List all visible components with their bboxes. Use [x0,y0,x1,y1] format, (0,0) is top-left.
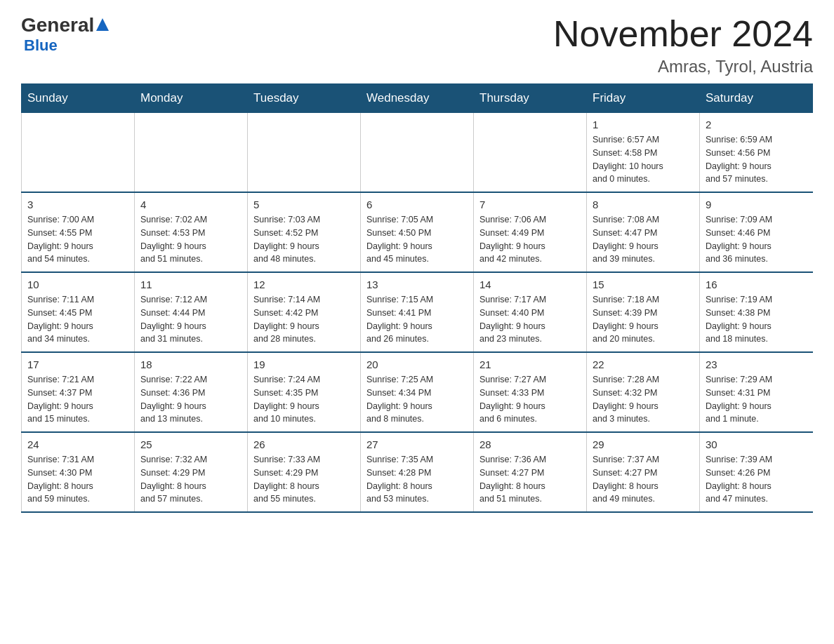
day-info: Sunrise: 7:03 AM Sunset: 4:52 PM Dayligh… [253,213,355,266]
location-title: Amras, Tyrol, Austria [553,57,813,76]
table-row: 7Sunrise: 7:06 AM Sunset: 4:49 PM Daylig… [474,192,587,272]
table-row: 11Sunrise: 7:12 AM Sunset: 4:44 PM Dayli… [135,272,248,352]
day-info: Sunrise: 7:25 AM Sunset: 4:34 PM Dayligh… [366,373,468,426]
day-number: 1 [593,119,694,130]
day-info: Sunrise: 7:39 AM Sunset: 4:26 PM Dayligh… [706,453,807,506]
day-number: 28 [479,438,581,450]
table-row [22,113,135,193]
header-monday: Monday [135,84,248,113]
table-row: 8Sunrise: 7:08 AM Sunset: 4:47 PM Daylig… [587,192,700,272]
table-row: 16Sunrise: 7:19 AM Sunset: 4:38 PM Dayli… [700,272,813,352]
day-number: 18 [140,358,241,370]
day-info: Sunrise: 6:57 AM Sunset: 4:58 PM Dayligh… [593,133,694,186]
day-number: 15 [593,279,694,290]
logo-blue-text: Blue [24,36,109,55]
table-row: 25Sunrise: 7:32 AM Sunset: 4:29 PM Dayli… [135,432,248,512]
day-info: Sunrise: 7:35 AM Sunset: 4:28 PM Dayligh… [366,453,468,506]
table-row: 18Sunrise: 7:22 AM Sunset: 4:36 PM Dayli… [135,352,248,432]
table-row: 19Sunrise: 7:24 AM Sunset: 4:35 PM Dayli… [248,352,361,432]
calendar-table: Sunday Monday Tuesday Wednesday Thursday… [21,83,813,513]
day-info: Sunrise: 7:15 AM Sunset: 4:41 PM Dayligh… [366,293,468,346]
day-info: Sunrise: 7:08 AM Sunset: 4:47 PM Dayligh… [593,213,694,266]
table-row [474,113,587,193]
day-info: Sunrise: 7:24 AM Sunset: 4:35 PM Dayligh… [253,373,355,426]
day-number: 23 [706,358,807,370]
day-number: 29 [593,438,694,450]
header-thursday: Thursday [474,84,587,113]
title-section: November 2024 Amras, Tyrol, Austria [553,14,813,76]
day-number: 16 [706,279,807,290]
table-row: 13Sunrise: 7:15 AM Sunset: 4:41 PM Dayli… [361,272,474,352]
day-info: Sunrise: 7:00 AM Sunset: 4:55 PM Dayligh… [27,213,128,266]
day-number: 19 [253,358,355,370]
day-info: Sunrise: 6:59 AM Sunset: 4:56 PM Dayligh… [706,133,807,186]
day-number: 22 [593,358,694,370]
calendar-week-row: 3Sunrise: 7:00 AM Sunset: 4:55 PM Daylig… [22,192,813,272]
table-row: 17Sunrise: 7:21 AM Sunset: 4:37 PM Dayli… [22,352,135,432]
day-info: Sunrise: 7:14 AM Sunset: 4:42 PM Dayligh… [253,293,355,346]
table-row [361,113,474,193]
table-row: 27Sunrise: 7:35 AM Sunset: 4:28 PM Dayli… [361,432,474,512]
day-info: Sunrise: 7:05 AM Sunset: 4:50 PM Dayligh… [366,213,468,266]
day-info: Sunrise: 7:37 AM Sunset: 4:27 PM Dayligh… [593,453,694,506]
day-number: 2 [706,119,807,130]
day-info: Sunrise: 7:27 AM Sunset: 4:33 PM Dayligh… [479,373,581,426]
day-number: 5 [253,199,355,210]
day-number: 17 [27,358,128,370]
calendar-week-row: 24Sunrise: 7:31 AM Sunset: 4:30 PM Dayli… [22,432,813,512]
day-number: 14 [479,279,581,290]
calendar-header-row: Sunday Monday Tuesday Wednesday Thursday… [22,84,813,113]
day-info: Sunrise: 7:17 AM Sunset: 4:40 PM Dayligh… [479,293,581,346]
day-info: Sunrise: 7:31 AM Sunset: 4:30 PM Dayligh… [27,453,128,506]
day-number: 20 [366,358,468,370]
month-title: November 2024 [553,14,813,54]
day-number: 10 [27,279,128,290]
table-row: 9Sunrise: 7:09 AM Sunset: 4:46 PM Daylig… [700,192,813,272]
table-row: 23Sunrise: 7:29 AM Sunset: 4:31 PM Dayli… [700,352,813,432]
table-row: 15Sunrise: 7:18 AM Sunset: 4:39 PM Dayli… [587,272,700,352]
day-info: Sunrise: 7:33 AM Sunset: 4:29 PM Dayligh… [253,453,355,506]
day-info: Sunrise: 7:19 AM Sunset: 4:38 PM Dayligh… [706,293,807,346]
table-row: 26Sunrise: 7:33 AM Sunset: 4:29 PM Dayli… [248,432,361,512]
header-wednesday: Wednesday [361,84,474,113]
day-number: 9 [706,199,807,210]
day-number: 4 [140,199,241,210]
table-row [248,113,361,193]
table-row: 20Sunrise: 7:25 AM Sunset: 4:34 PM Dayli… [361,352,474,432]
header-sunday: Sunday [22,84,135,113]
day-number: 24 [27,438,128,450]
day-number: 30 [706,438,807,450]
day-number: 7 [479,199,581,210]
day-number: 12 [253,279,355,290]
day-number: 13 [366,279,468,290]
header-saturday: Saturday [700,84,813,113]
day-number: 26 [253,438,355,450]
table-row: 3Sunrise: 7:00 AM Sunset: 4:55 PM Daylig… [22,192,135,272]
day-info: Sunrise: 7:29 AM Sunset: 4:31 PM Dayligh… [706,373,807,426]
header-friday: Friday [587,84,700,113]
table-row: 5Sunrise: 7:03 AM Sunset: 4:52 PM Daylig… [248,192,361,272]
day-info: Sunrise: 7:32 AM Sunset: 4:29 PM Dayligh… [140,453,241,506]
table-row: 2Sunrise: 6:59 AM Sunset: 4:56 PM Daylig… [700,113,813,193]
calendar-week-row: 17Sunrise: 7:21 AM Sunset: 4:37 PM Dayli… [22,352,813,432]
day-info: Sunrise: 7:36 AM Sunset: 4:27 PM Dayligh… [479,453,581,506]
table-row: 24Sunrise: 7:31 AM Sunset: 4:30 PM Dayli… [22,432,135,512]
table-row: 28Sunrise: 7:36 AM Sunset: 4:27 PM Dayli… [474,432,587,512]
day-number: 8 [593,199,694,210]
table-row: 22Sunrise: 7:28 AM Sunset: 4:32 PM Dayli… [587,352,700,432]
day-info: Sunrise: 7:09 AM Sunset: 4:46 PM Dayligh… [706,213,807,266]
table-row: 1Sunrise: 6:57 AM Sunset: 4:58 PM Daylig… [587,113,700,193]
logo-triangle-icon [96,18,109,32]
day-number: 27 [366,438,468,450]
day-info: Sunrise: 7:06 AM Sunset: 4:49 PM Dayligh… [479,213,581,266]
day-number: 6 [366,199,468,210]
table-row: 21Sunrise: 7:27 AM Sunset: 4:33 PM Dayli… [474,352,587,432]
table-row: 10Sunrise: 7:11 AM Sunset: 4:45 PM Dayli… [22,272,135,352]
page-header: General Blue November 2024 Amras, Tyrol,… [21,14,813,76]
day-number: 3 [27,199,128,210]
logo: General Blue [21,14,109,55]
day-info: Sunrise: 7:11 AM Sunset: 4:45 PM Dayligh… [27,293,128,346]
day-info: Sunrise: 7:12 AM Sunset: 4:44 PM Dayligh… [140,293,241,346]
day-info: Sunrise: 7:28 AM Sunset: 4:32 PM Dayligh… [593,373,694,426]
table-row: 29Sunrise: 7:37 AM Sunset: 4:27 PM Dayli… [587,432,700,512]
